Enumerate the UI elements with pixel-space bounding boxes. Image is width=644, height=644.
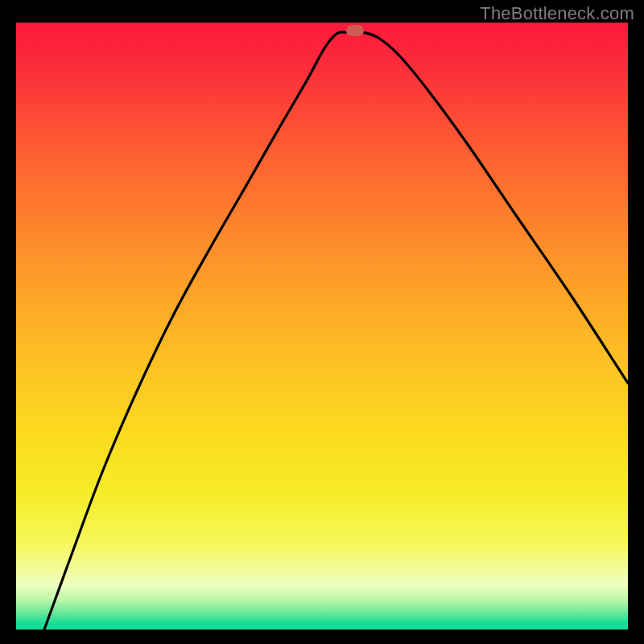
chart-frame: TheBottleneck.com (0, 0, 644, 644)
bottleneck-curve (44, 31, 628, 630)
plot-area (16, 23, 628, 630)
watermark-text: TheBottleneck.com (480, 3, 634, 24)
minimum-marker (346, 25, 364, 36)
curve-layer (16, 23, 628, 630)
